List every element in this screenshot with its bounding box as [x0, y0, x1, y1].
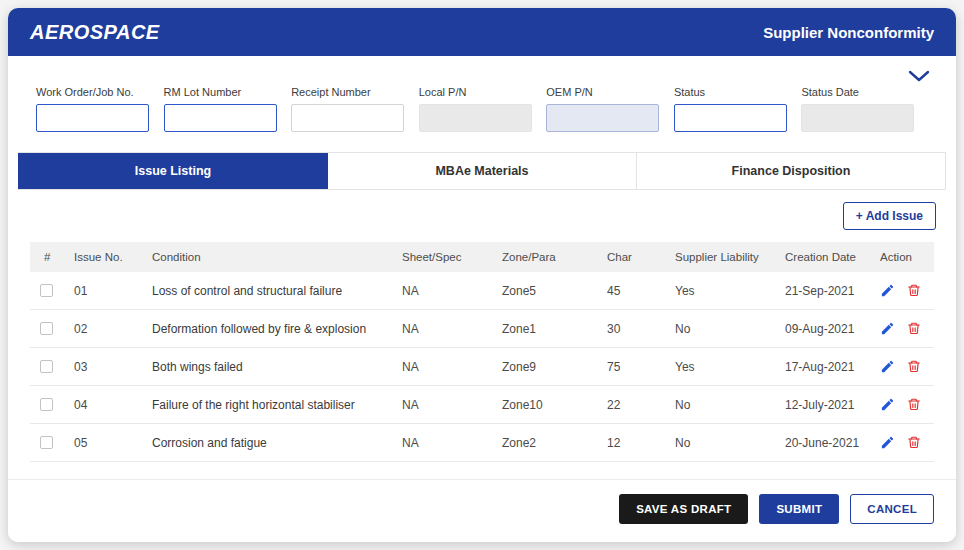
row-checkbox[interactable]	[40, 322, 53, 335]
receipt-label: Receipt Number	[291, 86, 406, 98]
char-cell: 30	[599, 310, 667, 348]
brand-logo: AEROSPACE	[30, 21, 160, 44]
table-row: 01 Loss of control and structural failur…	[30, 272, 934, 310]
oem-pn-label: OEM P/N	[546, 86, 661, 98]
delete-icon[interactable]	[907, 321, 921, 336]
local-pn-input	[419, 104, 532, 132]
app-card: AEROSPACE Supplier Nonconformity Work Or…	[8, 8, 956, 542]
condition-cell: Both wings failed	[144, 348, 394, 386]
char-cell: 45	[599, 272, 667, 310]
table-row: 03 Both wings failed NA Zone9 75 Yes 17-…	[30, 348, 934, 386]
issue-no-cell: 01	[66, 272, 144, 310]
filter-work-order: Work Order/Job No.	[36, 86, 151, 132]
status-date-label: Status Date	[801, 86, 916, 98]
status-label: Status	[674, 86, 789, 98]
delete-icon[interactable]	[907, 283, 921, 298]
filter-rm-lot: RM Lot Number	[164, 86, 279, 132]
supplier-liability-cell: Yes	[667, 272, 777, 310]
oem-pn-input	[546, 104, 659, 132]
creation-date-cell: 21-Sep-2021	[777, 272, 872, 310]
filter-status-date: Status Date	[801, 86, 916, 132]
filter-bar: Work Order/Job No. RM Lot Number Receipt…	[8, 56, 956, 152]
edit-icon[interactable]	[880, 359, 895, 374]
rm-lot-label: RM Lot Number	[164, 86, 279, 98]
issue-no-cell: 04	[66, 386, 144, 424]
receipt-input[interactable]	[291, 104, 404, 132]
supplier-liability-cell: No	[667, 424, 777, 462]
row-checkbox[interactable]	[40, 284, 53, 297]
edit-icon[interactable]	[880, 283, 895, 298]
status-input[interactable]	[674, 104, 787, 132]
issues-table: # Issue No. Condition Sheet/Spec Zone/Pa…	[30, 242, 934, 462]
filter-oem-pn: OEM P/N	[546, 86, 661, 132]
submit-button[interactable]: SUBMIT	[759, 494, 839, 524]
work-order-label: Work Order/Job No.	[36, 86, 151, 98]
issue-no-cell: 02	[66, 310, 144, 348]
supplier-liability-cell: Yes	[667, 348, 777, 386]
row-checkbox[interactable]	[40, 398, 53, 411]
col-header-condition: Condition	[144, 242, 394, 272]
edit-icon[interactable]	[880, 321, 895, 336]
creation-date-cell: 09-Aug-2021	[777, 310, 872, 348]
edit-icon[interactable]	[880, 435, 895, 450]
col-header-checkbox: #	[30, 242, 66, 272]
sheet-spec-cell: NA	[394, 348, 494, 386]
condition-cell: Loss of control and structural failure	[144, 272, 394, 310]
zone-para-cell: Zone2	[494, 424, 599, 462]
char-cell: 75	[599, 348, 667, 386]
zone-para-cell: Zone5	[494, 272, 599, 310]
edit-icon[interactable]	[880, 397, 895, 412]
col-header-sheet-spec: Sheet/Spec	[394, 242, 494, 272]
tab-issue-listing[interactable]: Issue Listing	[18, 153, 328, 189]
sheet-spec-cell: NA	[394, 424, 494, 462]
issue-no-cell: 05	[66, 424, 144, 462]
creation-date-cell: 17-Aug-2021	[777, 348, 872, 386]
tab-mbae-materials[interactable]: MBAe Materials	[328, 153, 637, 189]
page-title: Supplier Nonconformity	[763, 24, 934, 41]
sheet-spec-cell: NA	[394, 310, 494, 348]
col-header-char: Char	[599, 242, 667, 272]
table-row: 04 Failure of the right horizontal stabi…	[30, 386, 934, 424]
local-pn-label: Local P/N	[419, 86, 534, 98]
app-header: AEROSPACE Supplier Nonconformity	[8, 8, 956, 56]
condition-cell: Failure of the right horizontal stabilis…	[144, 386, 394, 424]
tab-bar: Issue Listing MBAe Materials Finance Dis…	[18, 152, 946, 190]
filter-status: Status	[674, 86, 789, 132]
sheet-spec-cell: NA	[394, 386, 494, 424]
condition-cell: Corrosion and fatigue	[144, 424, 394, 462]
issue-no-cell: 03	[66, 348, 144, 386]
rm-lot-input[interactable]	[164, 104, 277, 132]
row-checkbox[interactable]	[40, 360, 53, 373]
status-date-input	[801, 104, 914, 132]
collapse-filters-chevron-icon[interactable]	[908, 68, 930, 86]
table-header-row: # Issue No. Condition Sheet/Spec Zone/Pa…	[30, 242, 934, 272]
save-as-draft-button[interactable]: SAVE AS DRAFT	[619, 494, 748, 524]
sheet-spec-cell: NA	[394, 272, 494, 310]
delete-icon[interactable]	[907, 397, 921, 412]
row-checkbox[interactable]	[40, 436, 53, 449]
col-header-issue-no: Issue No.	[66, 242, 144, 272]
col-header-zone-para: Zone/Para	[494, 242, 599, 272]
condition-cell: Deformation followed by fire & explosion	[144, 310, 394, 348]
zone-para-cell: Zone9	[494, 348, 599, 386]
col-header-supplier-liability: Supplier Liability	[667, 242, 777, 272]
table-toolbar: + Add Issue	[8, 202, 936, 230]
char-cell: 12	[599, 424, 667, 462]
supplier-liability-cell: No	[667, 386, 777, 424]
cancel-button[interactable]: CANCEL	[850, 494, 934, 524]
table-row: 05 Corrosion and fatigue NA Zone2 12 No …	[30, 424, 934, 462]
delete-icon[interactable]	[907, 435, 921, 450]
delete-icon[interactable]	[907, 359, 921, 374]
add-issue-button[interactable]: + Add Issue	[843, 202, 936, 230]
table-row: 02 Deformation followed by fire & explos…	[30, 310, 934, 348]
char-cell: 22	[599, 386, 667, 424]
zone-para-cell: Zone10	[494, 386, 599, 424]
col-header-action: Action	[872, 242, 934, 272]
work-order-input[interactable]	[36, 104, 149, 132]
tab-finance-disposition[interactable]: Finance Disposition	[637, 153, 946, 189]
supplier-liability-cell: No	[667, 310, 777, 348]
footer-actions: SAVE AS DRAFT SUBMIT CANCEL	[8, 479, 956, 542]
filter-receipt: Receipt Number	[291, 86, 406, 132]
col-header-creation-date: Creation Date	[777, 242, 872, 272]
creation-date-cell: 12-July-2021	[777, 386, 872, 424]
